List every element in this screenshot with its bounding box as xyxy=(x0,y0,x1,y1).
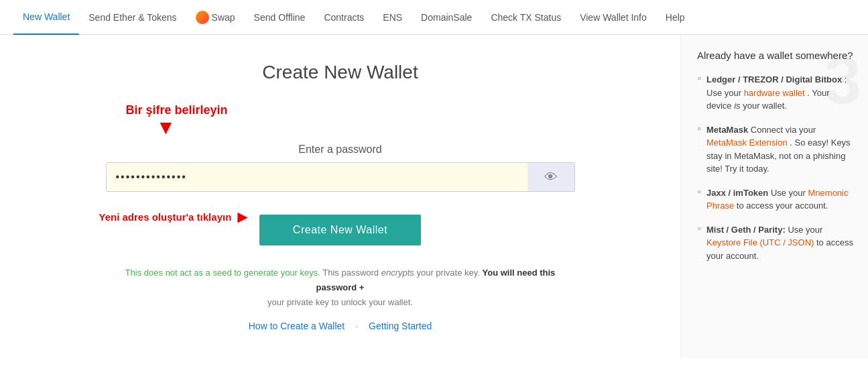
swap-icon xyxy=(196,11,209,24)
page-wrapper: Create New Wallet Bir şifre belirleyin ▼… xyxy=(0,35,868,358)
nav-item-send-offline[interactable]: Send Offline xyxy=(245,0,315,35)
nav-item-contracts[interactable]: Contracts xyxy=(314,0,373,35)
info-text: This does not act as a seed to generate … xyxy=(113,266,568,310)
page-title: Create New Wallet xyxy=(262,62,418,83)
sidebar-jaxx-label: Jaxx / imToken xyxy=(706,188,768,198)
sidebar-list: Ledger / TREZOR / Digital Bitbox : Use y… xyxy=(697,73,855,262)
sidebar-metamask-extension-link[interactable]: MetaMask Extension xyxy=(706,137,788,148)
nav-item-new-wallet[interactable]: New Wallet xyxy=(13,0,79,35)
annotation-arrow-down: ▼ xyxy=(156,117,176,137)
info-line3: your private key to unlock your wallet. xyxy=(267,297,413,307)
info-line2: your private key. xyxy=(416,268,482,278)
sidebar-item-ledger: Ledger / TREZOR / Digital Bitbox : Use y… xyxy=(697,73,855,113)
sidebar-item-mist: Mist / Geth / Parity: Use your Keystore … xyxy=(697,223,855,263)
info-italic: encrypts xyxy=(381,268,414,278)
password-section: Enter a password 👁 xyxy=(106,144,575,192)
password-label: Enter a password xyxy=(106,144,575,156)
info-line1: This password xyxy=(322,268,381,278)
sidebar-item-jaxx: Jaxx / imToken Use your Mnemonic Phrase … xyxy=(697,186,855,213)
sidebar-hardware-wallet-link[interactable]: hardware wallet xyxy=(744,88,805,98)
nav-item-view-wallet[interactable]: View Wallet Info xyxy=(570,0,656,35)
toggle-password-button[interactable]: 👁 xyxy=(528,163,574,191)
navigation: New Wallet Send Ether & Tokens Swap Send… xyxy=(0,0,868,35)
create-wallet-button[interactable]: Create New Wallet xyxy=(259,215,421,245)
how-to-create-link[interactable]: How to Create a Wallet xyxy=(249,321,345,331)
sidebar-metamask-label: MetaMask xyxy=(706,125,748,135)
password-input[interactable] xyxy=(107,163,528,191)
sidebar-item-metamask: MetaMask Connect via your MetaMask Exten… xyxy=(697,123,855,176)
nav-item-ens[interactable]: ENS xyxy=(373,0,412,35)
sidebar-jaxx-text2: to access your account. xyxy=(737,201,828,211)
nav-item-send-ether[interactable]: Send Ether & Tokens xyxy=(79,0,186,35)
sidebar-ledger-label: Ledger / TREZOR / Digital Bitbox xyxy=(706,74,842,85)
create-section: Yeni adres oluştur'a tıklayın ► Create N… xyxy=(106,203,575,245)
link-separator: · xyxy=(355,321,358,331)
sidebar-jaxx-text1: Use your xyxy=(771,188,808,198)
nav-item-check-tx[interactable]: Check TX Status xyxy=(481,0,570,35)
annotation-label-2: Yeni adres oluştur'a tıklayın ► xyxy=(99,207,252,227)
nav-item-help[interactable]: Help xyxy=(656,0,694,35)
password-input-wrapper: 👁 xyxy=(106,162,575,192)
main-content: Create New Wallet Bir şifre belirleyin ▼… xyxy=(0,35,680,358)
nav-item-swap[interactable]: Swap xyxy=(186,0,245,35)
eye-icon: 👁 xyxy=(544,170,558,185)
annotation-label-1: Bir şifre belirleyin ▼ xyxy=(126,103,228,137)
bottom-links: How to Create a Wallet · Getting Started xyxy=(249,321,432,331)
nav-item-domain-sale[interactable]: DomainSale xyxy=(412,0,481,35)
sidebar: 3 Already have a wallet somewhere? Ledge… xyxy=(680,35,868,358)
sidebar-mist-label: Mist / Geth / Parity: xyxy=(706,225,786,235)
sidebar-mist-text1: Use your xyxy=(788,225,822,235)
info-green: This does not act as a seed to generate … xyxy=(125,268,320,278)
sidebar-keystore-link[interactable]: Keystore File (UTC / JSON) xyxy=(706,237,814,247)
sidebar-title: Already have a wallet somewhere? xyxy=(697,48,855,62)
annotation-arrow-right: ► xyxy=(234,207,251,227)
sidebar-metamask-text1: Connect via your xyxy=(751,125,816,135)
getting-started-link[interactable]: Getting Started xyxy=(369,321,432,331)
